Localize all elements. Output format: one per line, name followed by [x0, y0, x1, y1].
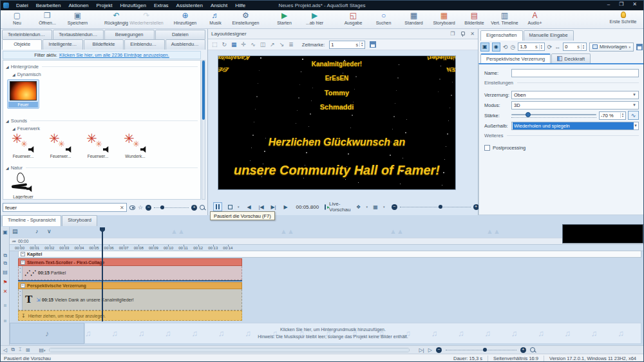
toolbar-button[interactable]: ↶ Rückgängig	[101, 12, 131, 25]
object-tile-firework-sound[interactable]: ✳✳ Feuerwer...	[82, 133, 114, 158]
toolbar-button[interactable]: ⚙ Einstellungen	[231, 12, 261, 25]
animation-curve-button[interactable]: ∿	[628, 111, 639, 120]
designer-tool-icon[interactable]: ✛	[242, 41, 247, 48]
timeline-tab[interactable]: Timeline - Spuransicht	[2, 215, 61, 226]
marker-row[interactable]: ≔ 00:00	[10, 238, 644, 244]
preview-zoom-slider[interactable]	[400, 204, 471, 209]
clear-search-icon[interactable]: ✕	[120, 205, 124, 211]
minivorlagen-button[interactable]: Minivorlagen ▾	[589, 43, 634, 52]
music-track[interactable]: ♫ ♫ ♫ ♫ ♫ ♫ ♫ ♫ ♫ ♫ ♫ ♫ ♫ ♫ ♫ ♫ ♫ ♫ ♫ ♫ …	[84, 323, 641, 344]
designer-tool-icon[interactable]: ⬚	[212, 41, 218, 48]
transport-nav-button[interactable]: ▶	[281, 202, 290, 211]
align-icon[interactable]: ⌗	[1, 318, 9, 325]
group-header[interactable]: ◢ Natur	[6, 165, 198, 171]
minimize-button[interactable]: –	[607, 1, 610, 7]
verzerrung-group-header[interactable]: − Perspektivische Verzerrung	[18, 282, 242, 289]
object-tile-firework-sound[interactable]: ✳✳ Feuerwer...	[44, 133, 77, 158]
toolbar-button[interactable]: ◱ Ausgabe	[338, 12, 368, 25]
toolbar-button[interactable]: ○ Suchen	[368, 12, 399, 25]
transport-nav-button[interactable]: |◀	[257, 202, 266, 211]
menu-item[interactable]: Projekt	[93, 3, 117, 8]
timeline-zoom-slider[interactable]	[446, 347, 516, 352]
nav-left-icon[interactable]: ◁	[3, 347, 7, 353]
properties-tab[interactable]: Manuelle Eingabe	[524, 30, 574, 41]
quality-button[interactable]: ❖	[354, 202, 363, 211]
toolbar-button[interactable]: ♬ Musik	[200, 12, 231, 25]
designer-tool-icon[interactable]: ∿	[251, 41, 256, 48]
toolbar-button[interactable]: ▦ Storyboard	[429, 12, 459, 25]
maximize-panel-icon[interactable]: ❐	[450, 31, 455, 37]
object-tile-feuer[interactable]: Feuer	[7, 79, 39, 109]
menu-item[interactable]: Datei	[12, 3, 32, 8]
track-options-icon[interactable]: ▤	[12, 228, 18, 234]
timeline-tab[interactable]: Storyboard	[62, 215, 97, 226]
designer-tool-icon[interactable]: ▦	[231, 41, 237, 48]
toolbar-button[interactable]: ▦ Standard	[399, 12, 429, 25]
designer-tool-icon[interactable]: ↘	[279, 41, 285, 48]
postprocessing-checkbox[interactable]	[484, 145, 490, 151]
view-options-icon[interactable]: ▤▾	[39, 347, 45, 353]
grid-button[interactable]: ▦	[371, 202, 380, 211]
pin-panel-icon[interactable]	[460, 32, 464, 37]
save-preset-icon[interactable]	[636, 44, 643, 50]
toolbar-button[interactable]: ▢ Neu	[2, 12, 32, 25]
quality-caret[interactable]: ▾	[366, 205, 368, 208]
stop-options-caret[interactable]: ▾	[238, 205, 240, 208]
save-timemark-icon[interactable]	[370, 41, 376, 48]
collapse-box[interactable]: −	[21, 260, 25, 265]
reset-icon[interactable]: ⟲	[503, 44, 508, 50]
menu-item[interactable]: Assistenten	[173, 3, 207, 8]
left-panel-tab[interactable]: Texteinblendungen	[2, 30, 52, 39]
thumbnail-zoom-slider[interactable]	[154, 205, 189, 210]
flexi-collage-group-header[interactable]: − Sternen-Text-Scroller - Flexi-Collage	[18, 258, 242, 266]
keyframe-toggle-button[interactable]: ◉	[492, 43, 501, 52]
toolbar-button[interactable]: ↷ Wiederherstellen	[131, 12, 162, 25]
film-icon[interactable]: ▣	[1, 229, 9, 235]
chapter-track[interactable]: − Kapitel	[18, 251, 641, 258]
object-tile-firework-sound[interactable]: ✳✳ Wunderk...	[119, 133, 151, 158]
subtab-deckkraft[interactable]: Deckkraft	[551, 53, 591, 63]
toolbar-button[interactable]: ▶ ...ab hier	[299, 12, 330, 25]
animate-toggle-button[interactable]: ▣	[480, 43, 489, 52]
zeitmarke-input[interactable]: 1 s ▲▼	[329, 41, 365, 49]
music-track-header[interactable]: ♪	[10, 323, 84, 344]
fit-icon[interactable]: ⧉	[11, 347, 15, 353]
group-header[interactable]: ◢ Feuerwerk	[12, 126, 198, 131]
timeline-hscrollbar[interactable]	[49, 348, 410, 352]
menu-item[interactable]: Hinzufügen	[116, 3, 149, 8]
preview-stage[interactable]: Kanalmitglieder! ErEsEN Kanalmitglieder!…	[218, 55, 456, 190]
menu-item[interactable]: Extras	[150, 3, 173, 8]
align-icon[interactable]: ⌗	[1, 303, 9, 309]
offset-input[interactable]: 0s ▲▼	[563, 43, 587, 51]
left-panel-tab[interactable]: Intelligente Vorlagen	[43, 39, 82, 50]
modus-dropdown[interactable]: 3D▼	[511, 101, 639, 110]
timeline-zoom-in[interactable]: +	[520, 347, 526, 353]
collapse-box[interactable]: −	[21, 252, 25, 256]
object-tile-campfire-sound[interactable]: Lagerfeuer	[7, 173, 39, 199]
grid-caret[interactable]: ▾	[383, 205, 385, 208]
tree-scrollbar[interactable]	[202, 60, 205, 200]
staerke-slider[interactable]	[511, 111, 596, 119]
left-panel-tab[interactable]: Einblendungen	[124, 39, 164, 50]
group-header[interactable]: ◢ Hintergründe	[6, 64, 198, 70]
filter-reset-link[interactable]: Klicken Sie hier, um alle 2236 Einträge …	[59, 52, 169, 58]
maximize-button[interactable]: ❐	[619, 1, 623, 7]
grid-icon[interactable]: ⊞	[26, 347, 30, 353]
snap-icon[interactable]: ⌶	[19, 347, 22, 353]
zoom-out-button[interactable]: −	[146, 205, 151, 211]
particle-clip[interactable]: ▪▪ ⋰⋰ 00:15 Partikel	[18, 266, 242, 280]
cut-icon[interactable]: ✕	[1, 289, 9, 294]
nav-end-icon[interactable]: ▷|	[419, 347, 424, 353]
designer-tool-icon[interactable]: ↗	[270, 41, 275, 48]
designer-tool-icon[interactable]: ≣	[289, 41, 294, 48]
menu-item[interactable]: Hilfe	[231, 3, 249, 8]
transport-nav-button[interactable]: ◀	[245, 202, 254, 211]
pause-button[interactable]	[213, 202, 222, 211]
designer-tool-icon[interactable]: ◫	[260, 41, 266, 48]
sound-wizard-icon[interactable]: ♪	[35, 228, 39, 234]
help-button[interactable]: Erste Schritte	[608, 12, 638, 24]
left-panel-tab[interactable]: Dateien	[155, 30, 205, 39]
menu-item[interactable]: Bearbeiten	[32, 3, 65, 8]
group-header[interactable]: ◢ Dynamisch	[12, 71, 198, 77]
new-track-dropzone[interactable]: ↧ Hierher ziehen, um neue Spur anzulegen…	[18, 310, 242, 321]
